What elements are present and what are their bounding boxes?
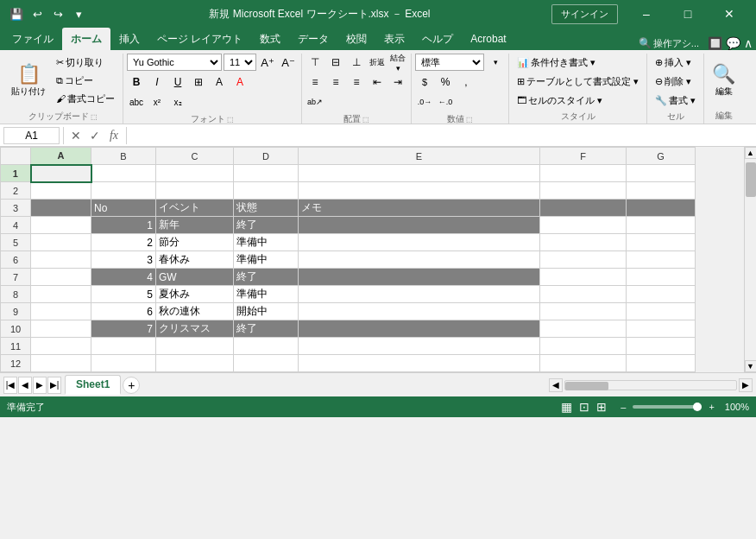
align-left-btn[interactable]: ≡ — [306, 73, 324, 91]
cut-button[interactable]: ✂切り取り — [52, 54, 119, 71]
save-quick-btn[interactable]: 💾 — [7, 4, 26, 23]
collapse-ribbon-icon[interactable]: ∧ — [744, 36, 753, 50]
cell[interactable]: 夏休み — [156, 286, 234, 303]
cell[interactable] — [31, 303, 91, 320]
cell[interactable] — [31, 234, 91, 251]
row-number[interactable]: 2 — [1, 182, 31, 200]
cell[interactable] — [31, 251, 91, 269]
undo-btn[interactable]: ↩ — [28, 4, 47, 23]
align-center-btn[interactable]: ≡ — [326, 73, 345, 91]
cell[interactable] — [31, 165, 91, 182]
cell[interactable] — [627, 338, 696, 355]
table-format-btn[interactable]: ⊞ テーブルとして書式設定 ▾ — [513, 73, 643, 90]
cell-styles-btn[interactable]: 🗔 セルのスタイル ▾ — [513, 92, 607, 109]
col-header-b[interactable]: B — [91, 148, 156, 165]
align-bottom-btn[interactable]: ⊥ — [347, 54, 366, 71]
cell[interactable] — [234, 338, 299, 355]
edit-button[interactable]: 🔍 編集 — [708, 54, 740, 108]
copy-button[interactable]: ⧉コピー — [52, 72, 119, 89]
superscript-btn[interactable]: x² — [148, 93, 167, 111]
cell[interactable]: 準備中 — [234, 234, 299, 251]
row-number[interactable]: 10 — [1, 320, 31, 338]
cell[interactable]: 準備中 — [234, 286, 299, 303]
cell[interactable]: 3 — [91, 251, 156, 269]
merge-btn[interactable]: 結合▾ — [388, 54, 407, 71]
cell[interactable] — [540, 355, 627, 372]
cell[interactable]: 7 — [91, 320, 156, 338]
zoom-thumb[interactable] — [693, 403, 702, 411]
cell[interactable] — [299, 182, 540, 200]
increase-font-btn[interactable]: A⁺ — [258, 54, 277, 71]
cell[interactable] — [540, 234, 627, 251]
customize-qa-btn[interactable]: ▾ — [69, 4, 88, 23]
sheet-prev-btn[interactable]: ◀ — [18, 377, 32, 394]
cell[interactable] — [540, 217, 627, 234]
cell[interactable] — [31, 269, 91, 286]
cell[interactable]: クリスマス — [156, 320, 234, 338]
tab-page-layout[interactable]: ページ レイアウト — [148, 28, 251, 50]
cell[interactable] — [627, 217, 696, 234]
cell[interactable] — [627, 165, 696, 182]
fill-color-button[interactable]: A — [210, 73, 229, 91]
cell[interactable] — [31, 200, 91, 217]
cell[interactable]: 4 — [91, 269, 156, 286]
cell[interactable]: GW — [156, 269, 234, 286]
cell[interactable]: No — [91, 200, 156, 217]
row-number[interactable]: 3 — [1, 200, 31, 217]
scroll-thumb[interactable] — [746, 162, 756, 197]
cell[interactable] — [299, 338, 540, 355]
cell[interactable] — [156, 165, 234, 182]
cell[interactable]: 6 — [91, 303, 156, 320]
zoom-level[interactable]: 100% — [725, 402, 749, 412]
cell[interactable] — [31, 355, 91, 372]
number-expand-icon[interactable]: ⬚ — [466, 116, 473, 124]
cell[interactable]: 準備中 — [234, 251, 299, 269]
sheet-tab-sheet1[interactable]: Sheet1 — [65, 375, 121, 395]
cell[interactable] — [299, 234, 540, 251]
cell[interactable] — [31, 338, 91, 355]
cell[interactable] — [627, 303, 696, 320]
cancel-formula-icon[interactable]: ✕ — [67, 127, 85, 144]
cell[interactable] — [627, 182, 696, 200]
paste-button[interactable]: 📋 貼り付け — [7, 54, 50, 109]
cell[interactable] — [91, 165, 156, 182]
zoom-minus-btn[interactable]: – — [621, 402, 626, 412]
row-number[interactable]: 9 — [1, 303, 31, 320]
cell[interactable] — [540, 200, 627, 217]
row-number[interactable]: 1 — [1, 165, 31, 182]
font-expand-icon[interactable]: ⬚ — [227, 116, 234, 124]
close-button[interactable]: ✕ — [709, 0, 749, 28]
cell[interactable] — [627, 234, 696, 251]
format-painter-button[interactable]: 🖌書式コピー — [52, 90, 119, 107]
cell[interactable]: 終了 — [234, 320, 299, 338]
cell[interactable] — [156, 182, 234, 200]
normal-view-btn[interactable]: ▦ — [561, 400, 572, 414]
add-sheet-button[interactable]: + — [123, 377, 140, 394]
decrease-font-btn[interactable]: A⁻ — [279, 54, 298, 71]
cell[interactable]: 開始中 — [234, 303, 299, 320]
font-family-select[interactable]: Yu Gothic — [127, 54, 222, 71]
sheet-last-btn[interactable]: ▶| — [47, 377, 61, 394]
cell[interactable] — [627, 286, 696, 303]
formula-input[interactable] — [130, 130, 753, 142]
h-scroll-right[interactable]: ▶ — [739, 378, 753, 392]
row-number[interactable]: 12 — [1, 355, 31, 372]
row-number[interactable]: 11 — [1, 338, 31, 355]
clipboard-expand-icon[interactable]: ⬚ — [91, 113, 98, 121]
format-cells-btn[interactable]: 🔧 書式 ▾ — [651, 92, 700, 109]
decrease-decimal-btn[interactable]: ←.0 — [436, 93, 455, 111]
col-header-g[interactable]: G — [627, 148, 696, 165]
strikethrough-btn[interactable]: abc — [127, 93, 146, 111]
cell[interactable] — [540, 165, 627, 182]
h-scroll-track[interactable] — [564, 380, 737, 390]
align-top-btn[interactable]: ⊤ — [306, 54, 324, 71]
row-number[interactable]: 7 — [1, 269, 31, 286]
percent-btn[interactable]: % — [436, 73, 455, 91]
decrease-indent-btn[interactable]: ⇤ — [368, 73, 387, 91]
cell[interactable] — [540, 320, 627, 338]
insert-function-icon[interactable]: fx — [105, 127, 123, 144]
cell[interactable]: 1 — [91, 217, 156, 234]
tab-insert[interactable]: 挿入 — [110, 28, 148, 50]
comment-icon[interactable]: 💬 — [726, 36, 740, 50]
page-layout-view-btn[interactable]: ⊡ — [579, 400, 589, 414]
